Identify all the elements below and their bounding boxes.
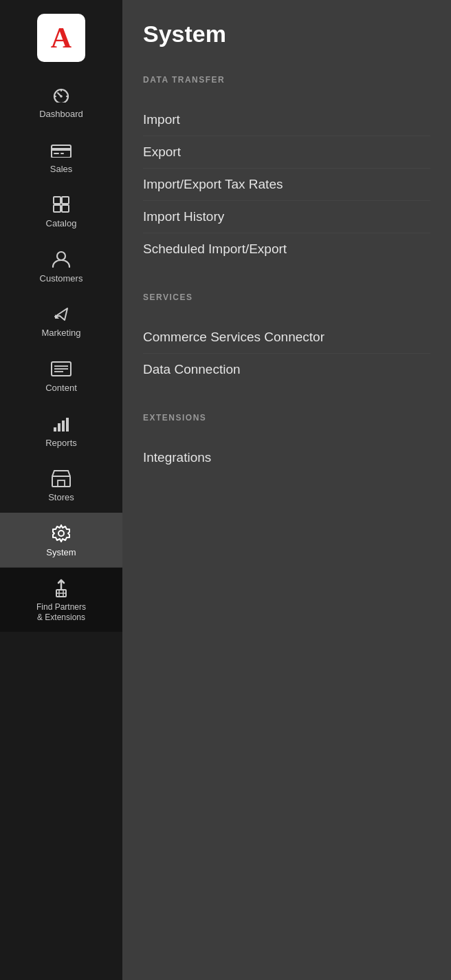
svg-point-27	[58, 531, 64, 536]
svg-rect-12	[54, 205, 60, 212]
svg-rect-8	[54, 153, 59, 154]
sidebar-item-label-catalog: Catalog	[46, 218, 77, 229]
sidebar-item-label-sales: Sales	[50, 164, 73, 175]
menu-item-integrations[interactable]: Integrations	[143, 442, 430, 473]
sidebar-item-label-find-partners: Find Partners & Extensions	[36, 602, 86, 622]
main-content: System DATA TRANSFER Import Export Impor…	[122, 0, 451, 980]
svg-point-2	[60, 95, 63, 98]
menu-item-commerce-services-connector[interactable]: Commerce Services Connector	[143, 321, 430, 354]
sidebar-item-label-reports: Reports	[45, 438, 77, 449]
svg-rect-24	[52, 476, 70, 487]
sidebar-item-stores[interactable]: Stores	[0, 458, 122, 513]
sidebar-item-label-stores: Stores	[48, 492, 74, 503]
sidebar-item-find-partners[interactable]: Find Partners & Extensions	[0, 567, 122, 632]
sidebar-item-label-content: Content	[45, 383, 77, 394]
logo-icon: A	[51, 23, 72, 52]
menu-item-scheduled-import-export[interactable]: Scheduled Import/Export	[143, 233, 430, 265]
dashboard-icon	[50, 85, 73, 105]
svg-rect-25	[58, 480, 65, 487]
sidebar-item-dashboard[interactable]: Dashboard	[0, 74, 122, 129]
sidebar: A Dashboard	[0, 0, 122, 980]
svg-rect-22	[62, 420, 65, 432]
partners-icon	[50, 579, 73, 598]
sidebar-item-system[interactable]: System	[0, 513, 122, 568]
logo-area: A	[0, 0, 122, 74]
sidebar-item-marketing[interactable]: Marketing	[0, 293, 122, 348]
catalog-icon	[50, 195, 73, 214]
sidebar-item-label-dashboard: Dashboard	[39, 109, 83, 120]
sidebar-item-label-system: System	[46, 547, 76, 558]
menu-item-import-export-tax-rates[interactable]: Import/Export Tax Rates	[143, 169, 430, 201]
menu-item-export[interactable]: Export	[143, 136, 430, 169]
content-icon	[50, 359, 73, 379]
menu-item-import-history[interactable]: Import History	[143, 201, 430, 233]
section-data-transfer: DATA TRANSFER Import Export Import/Expor…	[143, 75, 430, 265]
svg-rect-10	[54, 197, 60, 204]
svg-rect-13	[62, 205, 69, 212]
section-services: SERVICES Commerce Services Connector Dat…	[143, 292, 430, 385]
sidebar-item-label-customers: Customers	[40, 273, 83, 284]
logo-box: A	[37, 14, 85, 62]
customers-icon	[50, 250, 73, 269]
page-title: System	[143, 21, 430, 47]
reports-icon	[50, 414, 73, 434]
nav-items: Dashboard Sales	[0, 74, 122, 980]
marketing-icon	[50, 304, 73, 323]
sidebar-item-content[interactable]: Content	[0, 348, 122, 403]
svg-rect-23	[66, 418, 69, 432]
system-icon	[50, 524, 73, 543]
section-extensions: EXTENSIONS Integrations	[143, 413, 430, 473]
svg-rect-20	[54, 427, 56, 432]
sidebar-item-sales[interactable]: Sales	[0, 129, 122, 184]
sidebar-item-reports[interactable]: Reports	[0, 403, 122, 458]
section-header-extensions: EXTENSIONS	[143, 413, 430, 429]
sidebar-item-catalog[interactable]: Catalog	[0, 184, 122, 239]
sidebar-item-label-marketing: Marketing	[41, 328, 80, 339]
stores-icon	[50, 469, 73, 488]
svg-rect-6	[52, 145, 71, 158]
svg-rect-21	[58, 423, 60, 432]
section-header-services: SERVICES	[143, 292, 430, 309]
svg-point-14	[57, 252, 65, 260]
svg-rect-11	[62, 197, 69, 204]
sidebar-item-customers[interactable]: Customers	[0, 239, 122, 294]
section-header-data-transfer: DATA TRANSFER	[143, 75, 430, 92]
menu-item-import[interactable]: Import	[143, 104, 430, 136]
svg-rect-7	[52, 148, 71, 151]
sales-icon	[50, 140, 73, 160]
svg-rect-9	[60, 153, 64, 154]
menu-item-data-connection[interactable]: Data Connection	[143, 354, 430, 385]
